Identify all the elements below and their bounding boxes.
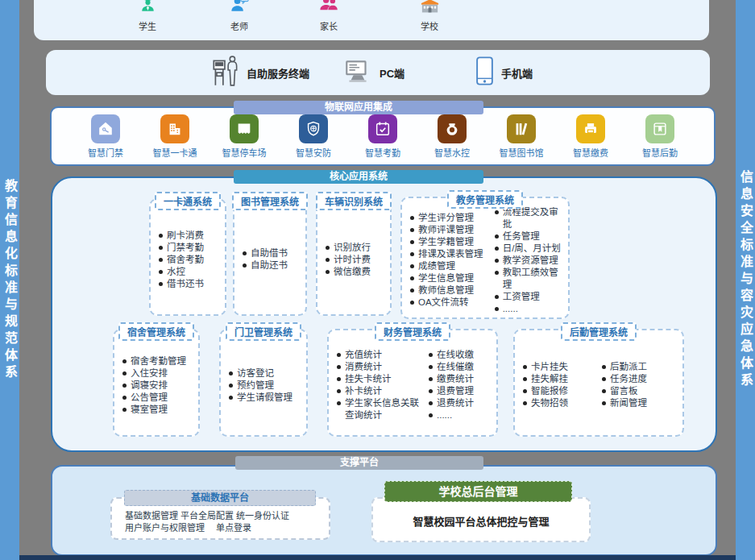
iot-item-label: 智慧图书馆 (500, 146, 544, 159)
terminal-item-kiosk: 自助服务终端 (211, 50, 309, 95)
iot-item-attendance: 智慧考勤 (353, 114, 413, 159)
smart-campus-architecture-diagram: 教育信息化标准与规范体系 信息安全标准与容灾应急体系 学生 老师 家长 (0, 0, 755, 560)
list-item: 退费管理 (429, 385, 474, 397)
bullet-icon (337, 389, 341, 393)
list-item-label: 在线收缴 (437, 349, 474, 361)
bullet-icon (159, 258, 163, 262)
bullet-icon (429, 377, 433, 381)
list-item-label: 教师信息管理 (418, 284, 474, 297)
system-items: 刷卡消费门禁考勤宿舍考勤水控借书还书 (151, 200, 225, 314)
bullet-icon (495, 259, 499, 263)
list-item: 挂失卡统计 (337, 373, 427, 385)
list-item-label: 预约管理 (237, 380, 274, 392)
bullet-icon (410, 240, 414, 244)
system-title: 财务管理系统 (375, 322, 450, 341)
list-item-label: 成绩管理 (418, 260, 455, 272)
bullet-icon (495, 247, 499, 251)
list-item: 门禁考勤 (159, 242, 204, 254)
list-item: 计时计费 (326, 254, 371, 266)
user-item-label: 学校 (421, 19, 438, 32)
list-item: 失物招领 (523, 397, 600, 409)
bullet-icon (229, 396, 233, 400)
system-item-column: 识别放行计时计费微信缴费 (326, 209, 371, 309)
student-icon (137, 0, 159, 19)
terminal-item-mobile: 手机端 (475, 50, 533, 95)
bullet-icon (337, 377, 341, 381)
list-item-label: 任务进度 (610, 373, 647, 385)
list-item: 在线收缴 (429, 349, 474, 361)
list-item-label: 工资管理 (503, 291, 540, 303)
iot-item-library: 智慧图书馆 (492, 114, 551, 159)
core-banner: 核心应用系统 (234, 170, 483, 184)
terminal-item-pc: PC端 (342, 50, 404, 95)
bullet-icon (229, 384, 233, 388)
bullet-icon (337, 353, 341, 357)
bullet-icon (229, 371, 233, 375)
system-items: 自助借书自助还书 (234, 200, 305, 314)
system-item-column: 宿舍考勤管理入住安排调寝安排公告管理寝室管理 (122, 340, 186, 430)
onecard-icon (160, 114, 189, 143)
door-access-icon (91, 114, 120, 143)
system-items: 卡片挂失挂失解挂智能报修失物招领后勤派工任务进度留言板新闻管理 (515, 330, 682, 435)
list-item: 消费统计 (337, 361, 427, 373)
bullet-icon (495, 295, 499, 299)
left-sidebar: 教育信息化标准与规范体系 (0, 0, 19, 560)
parking-icon (230, 114, 259, 143)
bullet-icon (410, 216, 414, 220)
bullet-icon (159, 270, 163, 274)
user-item-teacher: 老师 (214, 0, 265, 32)
bullet-icon (243, 263, 247, 268)
system-title: 门卫管理系统 (226, 322, 301, 341)
iot-panel: 智慧门禁 智慧一卡通 智慧停车场 智慧安防 (50, 106, 716, 166)
system-item-column: 刷卡消费门禁考勤宿舍考勤水控借书还书 (159, 209, 204, 309)
list-item: 成绩管理 (410, 260, 493, 272)
iot-item-label: 智慧考勤 (365, 146, 400, 159)
bullet-icon (122, 396, 127, 400)
system-title: 图书管理系统 (232, 192, 308, 210)
payment-icon (576, 114, 605, 143)
bullet-icon (429, 365, 433, 369)
bullet-icon (326, 246, 330, 250)
bullet-icon (122, 371, 127, 375)
system-items: 宿舍考勤管理入住安排调寝安排公告管理寝室管理 (114, 330, 198, 435)
list-item: 学生信息管理 (410, 272, 493, 284)
bullet-icon (429, 401, 433, 405)
terminals-panel: 自助服务终端 PC端 手机端 (46, 50, 710, 95)
bullet-icon (410, 301, 414, 305)
list-item-label: ...... (437, 409, 452, 421)
bullet-icon (410, 288, 414, 292)
list-item-label: 日/周、月计划 (503, 243, 561, 255)
bullet-icon (122, 384, 127, 388)
bullet-icon (429, 413, 433, 417)
bullet-icon (159, 246, 163, 250)
list-item: 后勤派工 (602, 361, 647, 373)
bullet-icon (122, 359, 127, 363)
bullet-icon (410, 228, 414, 232)
list-item: 教师信息管理 (410, 284, 493, 297)
list-item-label: 识别放行 (334, 242, 371, 254)
system-title: 一卡通系统 (155, 192, 221, 210)
system-card-library: 图书管理系统 自助借书自助还书 (233, 198, 307, 316)
user-item-label: 家长 (320, 19, 338, 32)
list-item: 退费统计 (429, 397, 474, 409)
list-item-label: 学生评分管理 (418, 212, 474, 224)
system-card-vehicle: 车辆识别系统 识别放行计时计费微信缴费 (316, 198, 392, 316)
teacher-icon (229, 0, 251, 19)
bullet-icon (429, 389, 433, 393)
list-item-label: 学生信息管理 (418, 272, 474, 284)
system-item-column: 后勤派工任务进度留言板新闻管理 (602, 340, 647, 430)
system-items: 识别放行计时计费微信缴费 (317, 200, 390, 314)
system-item-column: 在线收缴在线催缴缴费统计退费管理退费统计...... (429, 340, 474, 430)
bullet-icon (429, 353, 433, 357)
list-item-label: ...... (503, 303, 518, 315)
parents-icon (318, 0, 340, 19)
iot-item-water: 智慧水控 (422, 114, 482, 159)
system-item-column: 卡片挂失挂失解挂智能报修失物招领 (523, 340, 600, 430)
list-item: ...... (495, 303, 566, 315)
list-item-label: 宿舍考勤 (167, 254, 204, 266)
iot-item-label: 智慧一卡通 (153, 146, 197, 159)
bullet-icon (410, 264, 414, 268)
support-banner: 支撑平台 (235, 456, 483, 470)
list-item-label: 挂失解挂 (531, 373, 568, 385)
system-item-column: 学生评分管理教师评课管理学生学籍管理排课及课表管理成绩管理学生信息管理教师信息管… (410, 208, 493, 313)
